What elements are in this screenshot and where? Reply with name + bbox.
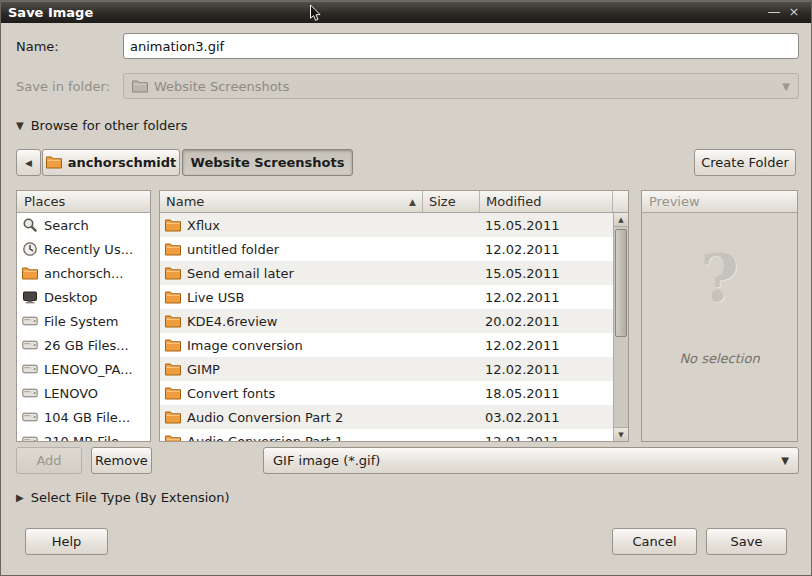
place-item-label: 26 GB Files...	[44, 338, 129, 353]
folder-icon	[22, 265, 38, 281]
places-header: Places	[17, 191, 150, 213]
place-item[interactable]: Recently Us...	[17, 237, 150, 261]
table-row[interactable]: Convert fonts18.05.2011	[160, 381, 613, 405]
place-item[interactable]: 26 GB Files...	[17, 333, 150, 357]
filename-input[interactable]	[123, 33, 799, 59]
place-item[interactable]: 210 MB File...	[17, 429, 150, 442]
file-modified: 12.02.2011	[480, 362, 613, 377]
file-name: GIMP	[187, 362, 220, 377]
file-name: Send email later	[187, 266, 294, 281]
folder-icon	[165, 385, 181, 401]
path-button-current[interactable]: Website Screenshots	[182, 149, 353, 176]
path-back-button[interactable]: ◀	[16, 149, 41, 176]
table-row[interactable]: untitled folder12.02.2011	[160, 237, 613, 261]
column-size-label: Size	[429, 194, 456, 209]
file-name: Image conversion	[187, 338, 303, 353]
file-type-combo[interactable]: GIF image (*.gif) ▼	[263, 447, 799, 474]
table-row[interactable]: Image conversion12.02.2011	[160, 333, 613, 357]
column-header-size[interactable]: Size	[423, 191, 480, 212]
cancel-button[interactable]: Cancel	[612, 528, 697, 555]
remove-button[interactable]: Remove	[91, 447, 152, 474]
scroll-up-icon[interactable]: ▲	[614, 213, 628, 227]
drive-icon	[22, 409, 38, 425]
column-name-label: Name	[166, 194, 204, 209]
path-button-home[interactable]: anchorschmidt	[42, 149, 180, 176]
scrollbar-thumb[interactable]	[615, 229, 627, 337]
scroll-down-icon[interactable]: ▼	[614, 427, 628, 441]
folder-icon	[46, 155, 62, 171]
search-icon	[22, 217, 38, 233]
file-modified: 12.02.2011	[480, 242, 613, 257]
place-item[interactable]: File System	[17, 309, 150, 333]
save-in-folder-combo: Website Screenshots ▼	[123, 73, 799, 99]
file-modified: 03.02.2011	[480, 410, 613, 425]
create-folder-button[interactable]: Create Folder	[694, 149, 796, 176]
place-item[interactable]: LENOVO	[17, 381, 150, 405]
folder-icon	[165, 241, 181, 257]
place-item[interactable]: Search	[17, 213, 150, 237]
place-item[interactable]: Desktop	[17, 285, 150, 309]
folder-icon	[165, 313, 181, 329]
place-item-label: 104 GB File...	[44, 410, 130, 425]
column-header-name[interactable]: Name ▲	[160, 191, 423, 212]
save-in-folder-value: Website Screenshots	[154, 79, 289, 94]
path-button-current-label: Website Screenshots	[191, 155, 345, 170]
place-item[interactable]: anchorsch...	[17, 261, 150, 285]
save-button[interactable]: Save	[706, 528, 787, 555]
file-browser-panel: Name ▲ Size Modified Xflux15.05.2011unti…	[159, 190, 629, 442]
drive-icon	[22, 433, 38, 442]
file-list-header: Name ▲ Size Modified	[160, 191, 628, 213]
save-image-dialog: Save Image — × Name: Save in folder: Web…	[0, 0, 812, 576]
file-modified: 12.02.2011	[480, 290, 613, 305]
name-label: Name:	[16, 39, 59, 54]
close-button[interactable]: ×	[784, 1, 804, 23]
column-header-blank	[613, 191, 628, 212]
file-type-expander[interactable]: ▶ Select File Type (By Extension)	[16, 490, 230, 505]
drive-icon	[22, 361, 38, 377]
file-type-expander-label: Select File Type (By Extension)	[31, 490, 230, 505]
table-row[interactable]: Send email later15.05.2011	[160, 261, 613, 285]
scrollbar-track[interactable]	[614, 339, 628, 427]
file-modified: 15.05.2011	[480, 218, 613, 233]
file-modified: 12.01.2011	[480, 434, 613, 442]
add-button: Add	[16, 447, 82, 474]
path-button-home-label: anchorschmidt	[68, 155, 177, 170]
place-item[interactable]: 104 GB File...	[17, 405, 150, 429]
clock-icon	[22, 241, 38, 257]
minimize-button[interactable]: —	[764, 1, 784, 23]
places-panel: Places SearchRecently Us...anchorsch...D…	[16, 190, 151, 442]
place-item-label: Recently Us...	[44, 242, 133, 257]
titlebar[interactable]: Save Image — ×	[1, 1, 811, 23]
table-row[interactable]: Live USB12.02.2011	[160, 285, 613, 309]
folder-icon	[165, 265, 181, 281]
browse-folders-expander[interactable]: ▼ Browse for other folders	[16, 118, 187, 133]
file-name: untitled folder	[187, 242, 279, 257]
file-name: Live USB	[187, 290, 244, 305]
column-header-modified[interactable]: Modified	[480, 191, 613, 212]
table-row[interactable]: KDE4.6review20.02.2011	[160, 309, 613, 333]
preview-panel: Preview ? No selection	[641, 190, 798, 442]
table-row[interactable]: Audio Conversion Part 203.02.2011	[160, 405, 613, 429]
file-list-scrollbar[interactable]: ▲ ▼	[613, 213, 628, 441]
folder-icon	[165, 217, 181, 233]
table-row[interactable]: GIMP12.02.2011	[160, 357, 613, 381]
table-row[interactable]: Audio Conversion Part 112.01.2011	[160, 429, 613, 441]
browse-folders-label: Browse for other folders	[31, 118, 188, 133]
drive-icon	[22, 385, 38, 401]
folder-icon	[165, 337, 181, 353]
file-name: KDE4.6review	[187, 314, 277, 329]
folder-icon	[165, 289, 181, 305]
folder-icon	[165, 433, 181, 441]
place-item-label: 210 MB File...	[44, 434, 131, 443]
table-row[interactable]: Xflux15.05.2011	[160, 213, 613, 237]
place-item-label: LENOVO_PA...	[44, 362, 133, 377]
file-modified: 18.05.2011	[480, 386, 613, 401]
place-item-label: File System	[44, 314, 118, 329]
expander-closed-icon: ▶	[16, 492, 24, 503]
folder-icon	[165, 409, 181, 425]
file-modified: 12.02.2011	[480, 338, 613, 353]
file-name: Xflux	[187, 218, 220, 233]
help-button[interactable]: Help	[25, 528, 108, 555]
folder-icon	[165, 361, 181, 377]
place-item[interactable]: LENOVO_PA...	[17, 357, 150, 381]
